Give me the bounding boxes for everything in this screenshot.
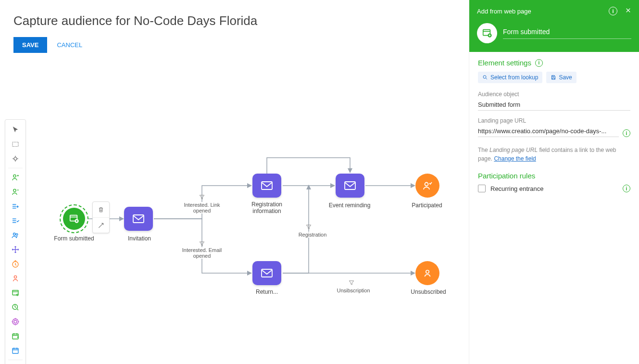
info-icon[interactable]: i: [535, 59, 543, 67]
save-chip-button[interactable]: Save: [546, 72, 576, 83]
svg-rect-23: [345, 182, 355, 189]
filter-icon[interactable]: [199, 240, 205, 247]
properties-panel: Add from web page i Form submitted Eleme…: [469, 0, 639, 364]
info-icon[interactable]: i: [623, 129, 630, 137]
node-participated[interactable]: [415, 174, 439, 198]
filter-icon[interactable]: [199, 194, 205, 201]
section-participation-rules: Participation rules: [478, 172, 630, 180]
edge-label: Interested. Link opened: [178, 202, 226, 213]
helper-text: The: [478, 147, 489, 153]
chip-label: Save: [559, 74, 572, 81]
audience-object-label: Audience object: [478, 91, 630, 98]
select-from-lookup-button[interactable]: Select from lookup: [478, 72, 542, 83]
section-element-settings: Element settings i: [478, 59, 630, 67]
svg-point-26: [426, 270, 429, 273]
node-label: Event reminding: [323, 202, 376, 209]
recurring-entrance-label: Recurring entrance: [490, 185, 544, 192]
panel-header: Add from web page i Form submitted: [469, 0, 639, 52]
save-button[interactable]: SAVE: [13, 37, 47, 53]
node-label: Registration information: [243, 201, 291, 214]
svg-rect-21: [133, 215, 144, 223]
delete-node-icon[interactable]: [93, 202, 109, 217]
filter-icon[interactable]: [305, 224, 312, 230]
recurring-entrance-checkbox[interactable]: [478, 185, 486, 192]
node-label: Unsubscribed: [407, 289, 450, 295]
info-icon[interactable]: i: [623, 185, 630, 192]
node-return[interactable]: [252, 261, 281, 285]
element-type-icon: [477, 23, 497, 43]
info-icon[interactable]: i: [609, 7, 617, 15]
chip-label: Select from lookup: [490, 74, 538, 81]
connect-node-icon[interactable]: [93, 217, 109, 233]
node-unsubscribed[interactable]: [415, 261, 439, 285]
node-label: Invitation: [115, 235, 163, 242]
close-icon[interactable]: [625, 7, 631, 15]
node-label: Participated: [408, 202, 446, 209]
svg-point-30: [483, 75, 486, 78]
landing-url-label: Landing page URL: [478, 117, 630, 124]
node-event-reminding[interactable]: [336, 174, 364, 198]
svg-rect-22: [262, 182, 272, 189]
element-name-input[interactable]: Form submitted: [503, 28, 631, 39]
audience-object-field[interactable]: Submitted form: [478, 99, 630, 111]
node-registration-info[interactable]: [252, 174, 281, 198]
landing-url-field[interactable]: https://www.creatio.com/page/no-code-day…: [478, 126, 619, 137]
filter-icon[interactable]: [348, 279, 355, 286]
panel-title: Add from web page: [477, 8, 531, 15]
landing-url-helper: The Landing page URL field contains a li…: [478, 146, 630, 163]
section-title-text: Element settings: [478, 59, 531, 67]
edge-label: Unsibscription: [329, 288, 377, 293]
svg-point-25: [425, 183, 428, 186]
node-form-submitted[interactable]: [60, 204, 88, 233]
diagram-canvas[interactable]: Interested. Link opened Interested. Emai…: [0, 110, 469, 364]
node-label: Return...: [250, 289, 284, 295]
node-label: Form submitted: [50, 235, 98, 242]
node-invitation[interactable]: [124, 207, 153, 231]
svg-rect-24: [262, 269, 272, 277]
cancel-button[interactable]: CANCEL: [57, 41, 82, 49]
helper-em: Landing page URL: [489, 147, 538, 153]
edge-label: Interested. Email opened: [178, 247, 226, 259]
section-title-text: Participation rules: [478, 172, 535, 180]
edge-label: Registration: [293, 232, 332, 238]
node-toolbar: [92, 201, 110, 233]
change-field-link[interactable]: Change the field: [494, 155, 536, 162]
